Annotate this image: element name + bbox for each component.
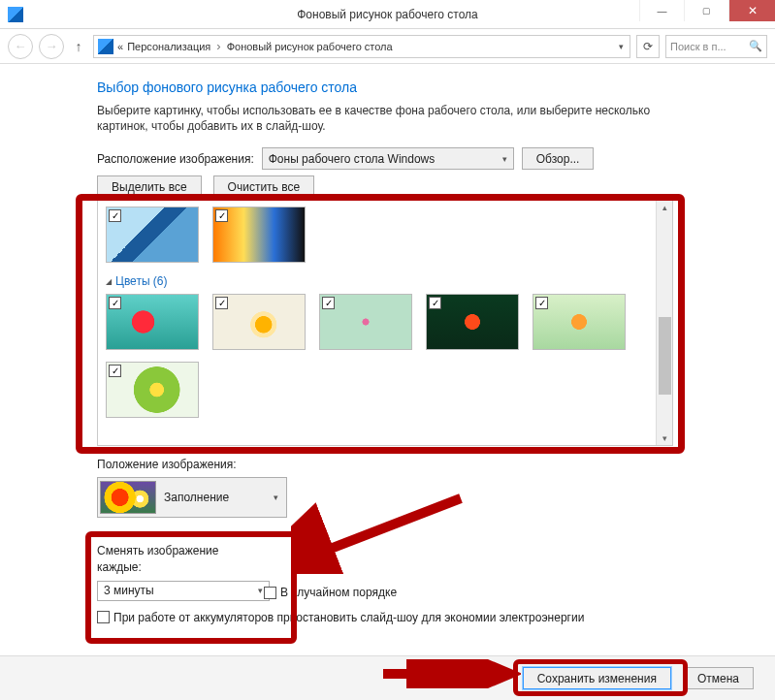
change-interval-combo[interactable]: 3 минуты ▾ [97,581,270,601]
position-combo-value: Заполнение [164,491,229,504]
thumb-checkbox[interactable] [322,297,335,309]
wallpaper-thumb[interactable] [533,294,626,350]
location-combo-value: Фоны рабочего стола Windows [269,152,436,166]
annotation-arrow-1 [291,487,475,574]
scroll-thumb[interactable] [659,317,671,395]
chevron-down-icon: ▾ [502,154,507,164]
position-combo[interactable]: Заполнение ▾ [97,477,287,518]
wallpaper-thumb[interactable] [106,362,199,418]
address-bar[interactable]: « Персонализация Фоновый рисунок рабочег… [93,35,630,58]
thumb-checkbox[interactable] [215,297,228,309]
page-heading: Выбор фонового рисунка рабочего стола [97,80,746,95]
page-description: Выберите картинку, чтобы использовать ее… [97,103,669,134]
thumb-checkbox[interactable] [429,297,441,309]
change-interval-label: Сменять изображение каждые: [97,543,262,574]
chevron-down-icon: ▾ [274,493,284,502]
select-all-button[interactable]: Выделить все [97,175,202,198]
location-label: Расположение изображения: [97,152,254,166]
change-interval-value: 3 минуты [104,584,154,597]
nav-bar: ← → ↑ « Персонализация Фоновый рисунок р… [0,29,775,64]
wallpaper-gallery[interactable]: Цветы (6) ▴ ▾ [97,200,673,446]
bottom-bar: Сохранить изменения Отмена [0,655,775,700]
scroll-down-icon[interactable]: ▾ [657,433,672,443]
svg-line-0 [315,498,461,555]
position-label: Положение изображения: [97,458,746,471]
thumb-checkbox[interactable] [109,365,121,377]
thumb-checkbox[interactable] [109,297,121,309]
window-title: Фоновый рисунок рабочего стола [0,8,775,21]
wallpaper-thumb[interactable] [212,294,306,350]
location-combo[interactable]: Фоны рабочего стола Windows ▾ [262,147,514,170]
group-flowers-label[interactable]: Цветы (6) [106,274,664,288]
content-area: Выбор фонового рисунка рабочего стола Вы… [0,64,775,632]
position-preview-icon [100,481,156,514]
forward-button[interactable]: → [39,34,64,59]
search-input[interactable]: Поиск в п... 🔍 [665,35,767,58]
battery-pause-label: При работе от аккумуляторов приостановит… [113,611,584,624]
address-chevrons: « [117,41,123,52]
title-bar: Фоновый рисунок рабочего стола [0,0,775,29]
wallpaper-thumb[interactable] [426,294,519,350]
back-button[interactable]: ← [8,34,33,59]
annotation-arrow-2 [375,659,521,688]
browse-button[interactable]: Обзор... [522,147,595,170]
battery-pause-checkbox[interactable] [97,611,110,623]
thumb-checkbox[interactable] [109,209,121,222]
search-placeholder: Поиск в п... [670,41,727,52]
cancel-button[interactable]: Отмена [683,667,754,689]
random-order-label: В случайном порядке [280,586,397,599]
gallery-scrollbar[interactable]: ▴ ▾ [656,201,672,445]
breadcrumb-sep-icon [214,39,222,53]
wallpaper-thumb[interactable] [106,207,199,263]
thumb-checkbox[interactable] [535,297,548,309]
wallpaper-thumb[interactable] [106,294,199,350]
save-button[interactable]: Сохранить изменения [523,667,671,689]
clear-all-button[interactable]: Очистить все [213,175,314,198]
chevron-down-icon: ▾ [258,586,263,595]
address-dropdown-icon[interactable]: ▾ [619,42,626,51]
address-icon [98,39,113,54]
breadcrumb-2[interactable]: Фоновый рисунок рабочего стола [227,41,393,52]
scroll-up-icon[interactable]: ▴ [657,203,672,212]
breadcrumb-1[interactable]: Персонализация [127,41,210,52]
refresh-button[interactable]: ⟳ [636,35,660,58]
up-button[interactable]: ↑ [70,39,87,54]
wallpaper-thumb[interactable] [212,207,306,263]
random-order-checkbox[interactable] [264,587,276,599]
wallpaper-thumb[interactable] [319,294,412,350]
thumb-checkbox[interactable] [215,209,228,222]
search-icon: 🔍 [749,40,762,52]
